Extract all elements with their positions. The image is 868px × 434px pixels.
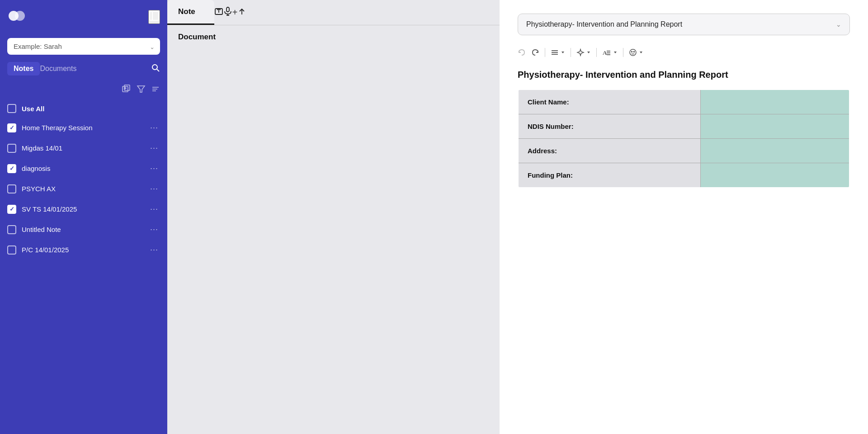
- emoji-button[interactable]: [629, 48, 643, 57]
- tab-documents[interactable]: Documents: [40, 62, 82, 75]
- note-more-button[interactable]: ···: [148, 184, 160, 193]
- ndis-number-value[interactable]: [700, 114, 849, 139]
- svg-line-5: [157, 69, 159, 71]
- note-more-button[interactable]: ···: [148, 143, 160, 153]
- note-title: P/C 14/01/2025: [22, 246, 143, 254]
- search-button[interactable]: [151, 63, 160, 75]
- document-tab-label: Document: [178, 33, 216, 42]
- upload-button[interactable]: [214, 0, 223, 25]
- note-title: PSYCH AX: [22, 185, 143, 193]
- document-title: Physiotherapy- Intervention and Planning…: [518, 70, 850, 80]
- table-row: Client Name:: [518, 90, 849, 114]
- note-checkbox-home-therapy[interactable]: [7, 123, 16, 132]
- toolbar-divider: [623, 48, 623, 57]
- address-value[interactable]: [700, 139, 849, 163]
- grid-copy-button[interactable]: [122, 85, 131, 96]
- ndis-number-label: NDIS Number:: [518, 114, 700, 139]
- client-name-value[interactable]: [700, 90, 849, 114]
- list-item[interactable]: P/C 14/01/2025 ···: [0, 240, 167, 260]
- align-button[interactable]: [551, 48, 565, 57]
- list-item[interactable]: diagnosis ···: [0, 158, 167, 179]
- collapse-panel-button[interactable]: [237, 0, 246, 25]
- microphone-button[interactable]: [223, 0, 232, 25]
- note-title: Home Therapy Session: [22, 124, 143, 132]
- note-checkbox-sv-ts[interactable]: [7, 205, 16, 214]
- use-all-item: Use All: [0, 99, 167, 118]
- use-all-checkbox[interactable]: [7, 104, 16, 113]
- list-item[interactable]: Untitled Note ···: [0, 219, 167, 240]
- note-checkbox-pc[interactable]: [7, 245, 16, 255]
- list-item[interactable]: SV TS 14/01/2025 ···: [0, 199, 167, 219]
- sort-button[interactable]: [151, 85, 160, 96]
- magic-button[interactable]: [576, 48, 591, 57]
- note-more-button[interactable]: ···: [148, 123, 160, 132]
- note-checkbox-untitled[interactable]: [7, 225, 16, 234]
- note-checkbox-diagnosis[interactable]: [7, 164, 16, 173]
- client-name-label: Client Name:: [518, 90, 700, 114]
- editor-content: Physiotherapy- Intervention and Planning…: [518, 70, 850, 188]
- funding-plan-label: Funding Plan:: [518, 163, 700, 188]
- document-selector[interactable]: Physiotherapy- Intervention and Planning…: [518, 14, 850, 35]
- report-table: Client Name: NDIS Number: Address: Fundi…: [518, 89, 850, 188]
- tab-notes[interactable]: Notes: [7, 62, 40, 75]
- svg-point-28: [632, 52, 632, 52]
- toolbar-divider: [571, 48, 571, 57]
- undo-button[interactable]: [518, 48, 526, 57]
- note-title: Migdas 14/01: [22, 144, 143, 152]
- redo-button[interactable]: [531, 48, 539, 57]
- note-more-button[interactable]: ···: [148, 245, 160, 255]
- use-all-label: Use All: [22, 105, 44, 113]
- patient-search-input[interactable]: [7, 38, 160, 55]
- toolbar-divider: [596, 48, 597, 57]
- sidebar-tabs: Notes Documents: [0, 62, 167, 81]
- sidebar-toolbar: [0, 81, 167, 99]
- tab-document[interactable]: Document: [167, 25, 500, 49]
- svg-text:A: A: [603, 49, 607, 56]
- document-selector-value: Physiotherapy- Intervention and Planning…: [526, 20, 682, 28]
- svg-rect-2: [150, 11, 159, 20]
- note-tab-label: Note: [178, 7, 195, 16]
- sidebar: Notes Documents: [0, 0, 167, 434]
- funding-plan-value[interactable]: [700, 163, 849, 188]
- editor-toolbar: A: [518, 44, 850, 61]
- tab-note[interactable]: Note: [167, 0, 214, 25]
- table-row: Address:: [518, 139, 849, 163]
- filter-button[interactable]: [137, 85, 146, 96]
- table-row: NDIS Number:: [518, 114, 849, 139]
- chevron-down-icon: ⌄: [836, 21, 841, 28]
- table-row: Funding Plan:: [518, 163, 849, 188]
- address-label: Address:: [518, 139, 700, 163]
- add-button[interactable]: +: [232, 0, 238, 25]
- note-more-button[interactable]: ···: [148, 164, 160, 173]
- note-more-button[interactable]: ···: [148, 225, 160, 234]
- svg-point-1: [15, 11, 25, 21]
- notes-list: Use All Home Therapy Session ··· Migdas …: [0, 99, 167, 434]
- sidebar-header: [0, 0, 167, 33]
- note-checkbox-migdas[interactable]: [7, 144, 16, 153]
- main-content: Note +: [167, 0, 500, 434]
- content-area: Physiotherapy- Intervention and Planning…: [500, 0, 868, 434]
- list-item[interactable]: PSYCH AX ···: [0, 179, 167, 199]
- note-title: diagnosis: [22, 165, 143, 172]
- app-logo: [7, 6, 26, 27]
- scroll-indicator: [866, 172, 868, 208]
- svg-marker-10: [137, 86, 145, 92]
- svg-point-29: [634, 52, 635, 52]
- text-align-button[interactable]: A: [602, 48, 618, 57]
- panel-toggle-button[interactable]: [148, 10, 160, 24]
- patient-selector-wrapper: [7, 38, 160, 55]
- toolbar-divider: [545, 48, 545, 57]
- svg-point-27: [630, 49, 636, 56]
- sidebar-search-area: [0, 33, 167, 62]
- note-checkbox-psych-ax[interactable]: [7, 184, 16, 193]
- svg-rect-16: [226, 7, 229, 12]
- note-title: Untitled Note: [22, 226, 143, 233]
- list-item[interactable]: Migdas 14/01 ···: [0, 138, 167, 158]
- top-tabs: Note +: [167, 0, 500, 25]
- list-item[interactable]: Home Therapy Session ···: [0, 118, 167, 138]
- note-more-button[interactable]: ···: [148, 204, 160, 214]
- note-title: SV TS 14/01/2025: [22, 205, 143, 213]
- svg-point-4: [152, 65, 157, 70]
